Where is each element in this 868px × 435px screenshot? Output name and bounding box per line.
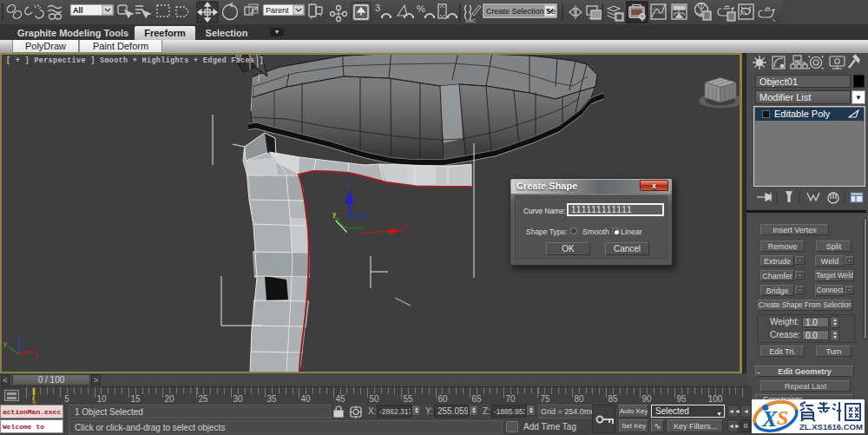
- svg-text:%: %: [417, 3, 425, 14]
- svg-text:3: 3: [375, 3, 380, 13]
- svg-text:y: y: [332, 210, 337, 218]
- svg-text:S: S: [777, 406, 788, 429]
- svg-text:z: z: [348, 182, 352, 188]
- svg-text:ZL.XS1616.COM: ZL.XS1616.COM: [799, 422, 863, 432]
- svg-text:Create Selection Se: Create Selection Se: [486, 7, 556, 16]
- svg-text:X: X: [761, 406, 778, 432]
- svg-text:ABC: ABC: [465, 18, 477, 23]
- svg-text:Parent: Parent: [266, 6, 289, 15]
- svg-text:y: y: [3, 339, 7, 347]
- svg-text:All: All: [73, 6, 83, 15]
- svg-text:x: x: [35, 352, 38, 359]
